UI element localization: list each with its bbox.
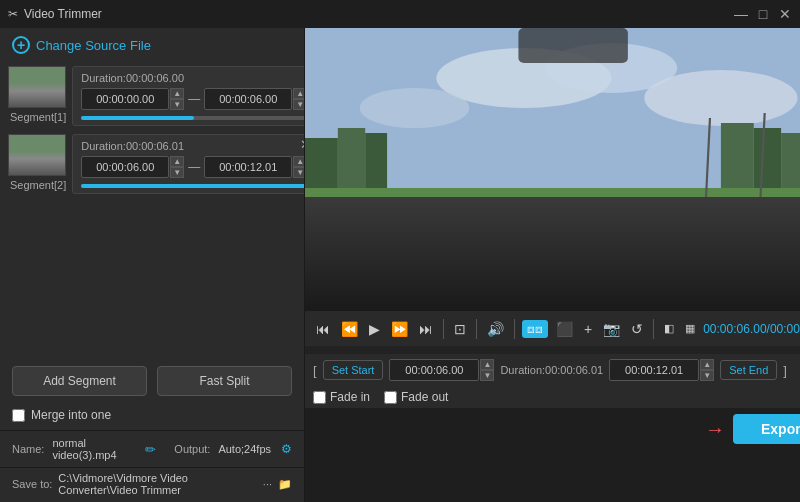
svg-rect-13 — [754, 128, 781, 238]
start-point-down[interactable]: ▼ — [480, 370, 494, 381]
dash-separator: — — [188, 160, 200, 174]
segment-end-input[interactable] — [204, 88, 292, 110]
set-end-button[interactable]: Set End — [720, 360, 777, 380]
edit-icon[interactable]: ✏ — [145, 442, 156, 457]
crop-button[interactable]: ⊡ — [451, 319, 469, 339]
skip-to-end-button[interactable]: ⏭ — [416, 319, 436, 339]
segment-close-button[interactable]: ✕ — [300, 138, 304, 151]
play-button[interactable]: ▶ — [366, 319, 383, 339]
end-spin-down[interactable]: ▼ — [293, 167, 304, 178]
end-point-input[interactable] — [609, 359, 699, 381]
svg-rect-6 — [338, 128, 365, 238]
gear-icon[interactable]: ⚙ — [281, 442, 292, 456]
segment-view-button[interactable]: ▦ — [682, 320, 698, 337]
start-spin-up[interactable]: ▲ — [170, 88, 184, 99]
segment-item: Segment[2] ✕ ▲ ▼ Duration:00:00:06.01 ▲ — [8, 134, 296, 194]
svg-rect-17 — [518, 28, 627, 63]
fade-in-label[interactable]: Fade in — [313, 390, 370, 404]
duration-label: Duration:00:00:06.01 — [500, 364, 603, 376]
svg-marker-8 — [305, 228, 800, 308]
merge-row: Merge into one — [0, 404, 304, 430]
divider — [476, 319, 477, 339]
segment-thumb — [8, 66, 66, 108]
merge-label: Merge into one — [31, 408, 111, 422]
segment-controls: Duration:00:00:06.00 ▲ ▼ — — [72, 66, 304, 126]
save-to-row: Save to: C:\Vidmore\Vidmore Video Conver… — [0, 467, 304, 502]
output-label: Output: — [174, 443, 210, 455]
start-spin-up[interactable]: ▲ — [170, 156, 184, 167]
dash-separator: — — [188, 92, 200, 106]
plus-circle-icon: + — [12, 36, 30, 54]
title-bar: ✂ Video Trimmer — □ ✕ — [0, 0, 800, 28]
output-value: Auto;24fps — [218, 443, 271, 455]
loop-segment-button[interactable]: ⧈⧈ — [522, 320, 548, 338]
end-spin-up[interactable]: ▲ — [293, 88, 304, 99]
fade-row: Fade in Fade out — [305, 386, 800, 408]
segment-controls: ✕ ▲ ▼ Duration:00:00:06.01 ▲ ▼ — [72, 134, 304, 194]
segment-start-input[interactable] — [81, 156, 169, 178]
more-options-icon[interactable]: ··· — [263, 478, 272, 491]
maximize-button[interactable]: □ — [756, 7, 770, 21]
start-spin-down[interactable]: ▼ — [170, 99, 184, 110]
segment-label: Segment[2] — [8, 179, 66, 191]
minimize-button[interactable]: — — [734, 7, 748, 21]
time-display: 00:00:06.00/00:00:12.01 — [703, 322, 800, 336]
end-point-up[interactable]: ▲ — [700, 359, 714, 370]
start-point-input[interactable] — [389, 359, 479, 381]
divider — [443, 319, 444, 339]
video-preview — [305, 28, 800, 310]
name-label: Name: — [12, 443, 44, 455]
segment-duration: Duration:00:00:06.01 — [81, 140, 304, 152]
split-view-button[interactable]: ◧ — [661, 320, 677, 337]
rewind-button[interactable]: ⏪ — [338, 319, 361, 339]
change-source-button[interactable]: + Change Source File — [0, 28, 304, 62]
svg-rect-14 — [781, 133, 800, 238]
svg-line-10 — [568, 238, 573, 268]
file-name: normal video(3).mp4 — [52, 437, 137, 461]
segments-area: Segment[1] Duration:00:00:06.00 ▲ ▼ — — [0, 62, 304, 358]
app-icon: ✂ — [8, 7, 18, 21]
segment-end-input[interactable] — [204, 156, 292, 178]
save-to-label: Save to: — [12, 478, 52, 490]
skip-to-start-button[interactable]: ⏮ — [313, 319, 333, 339]
close-button[interactable]: ✕ — [778, 7, 792, 21]
fast-forward-button[interactable]: ⏩ — [388, 319, 411, 339]
rotate-button[interactable]: ↺ — [628, 319, 646, 339]
folder-icon[interactable]: 📁 — [278, 478, 292, 491]
fade-out-checkbox[interactable] — [384, 391, 397, 404]
fade-out-label[interactable]: Fade out — [384, 390, 448, 404]
end-spin-up[interactable]: ▲ — [293, 156, 304, 167]
start-spin-down[interactable]: ▼ — [170, 167, 184, 178]
fullscreen-button[interactable]: ⬛ — [553, 319, 576, 339]
segment-thumb — [8, 134, 66, 176]
start-point-up[interactable]: ▲ — [480, 359, 494, 370]
file-info: Name: normal video(3).mp4 ✏ Output: Auto… — [0, 430, 304, 467]
save-path: C:\Vidmore\Vidmore Video Converter\Video… — [58, 472, 256, 496]
end-point-down[interactable]: ▼ — [700, 370, 714, 381]
svg-rect-7 — [365, 133, 387, 238]
segment-item: Segment[1] Duration:00:00:06.00 ▲ ▼ — — [8, 66, 296, 126]
divider — [514, 319, 515, 339]
add-marker-button[interactable]: + — [581, 319, 595, 339]
svg-point-4 — [360, 88, 469, 128]
fade-in-text: Fade in — [330, 390, 370, 404]
video-scene — [305, 28, 800, 310]
export-button[interactable]: Export — [733, 414, 800, 444]
svg-rect-12 — [721, 123, 754, 238]
export-area: → Export — [305, 408, 800, 450]
merge-checkbox[interactable] — [12, 409, 25, 422]
set-start-button[interactable]: Set Start — [323, 360, 384, 380]
segment-start-input[interactable] — [81, 88, 169, 110]
svg-point-3 — [644, 70, 797, 126]
end-spin-down[interactable]: ▼ — [293, 99, 304, 110]
fade-in-checkbox[interactable] — [313, 391, 326, 404]
fast-split-button[interactable]: Fast Split — [157, 366, 292, 396]
add-segment-button[interactable]: Add Segment — [12, 366, 147, 396]
app-title: Video Trimmer — [24, 7, 102, 21]
timeline-container[interactable] — [305, 346, 800, 354]
left-panel: + Change Source File Segment[1] Duration… — [0, 28, 305, 502]
volume-button[interactable]: 🔊 — [484, 319, 507, 339]
snapshot-button[interactable]: 📷 — [600, 319, 623, 339]
segment-duration: Duration:00:00:06.00 — [81, 72, 304, 84]
set-points-bar: [ Set Start ▲ ▼ Duration:00:00:06.01 ▲ ▼… — [305, 354, 800, 386]
